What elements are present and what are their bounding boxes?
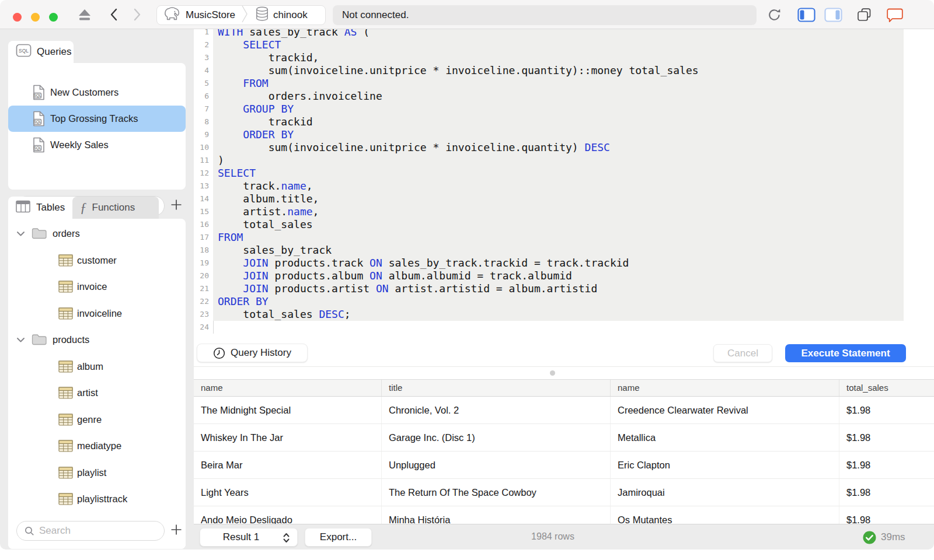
breadcrumb-database[interactable]: chinook bbox=[248, 6, 313, 25]
line-number: 15 bbox=[194, 205, 213, 218]
tree-table-item[interactable]: customer bbox=[8, 247, 186, 274]
table-row[interactable]: The Midnight SpecialChronicle, Vol. 2Cre… bbox=[194, 397, 934, 424]
folder-icon bbox=[32, 334, 47, 346]
tab-functions[interactable]: ƒ Functions bbox=[72, 197, 159, 219]
tab-queries[interactable]: SQL Queries bbox=[8, 41, 74, 63]
toggle-right-sidebar-button[interactable] bbox=[824, 8, 842, 24]
line-number: 18 bbox=[194, 244, 213, 257]
table-icon bbox=[58, 387, 73, 399]
right-sidebar-icon bbox=[824, 8, 842, 24]
add-query-button[interactable] bbox=[168, 196, 184, 216]
query-list-item[interactable]: SQLWeekly Sales bbox=[8, 132, 186, 158]
query-history-button[interactable]: Query History bbox=[197, 344, 308, 362]
table-cell: The Midnight Special bbox=[194, 397, 382, 424]
toggle-left-sidebar-button[interactable] bbox=[797, 8, 815, 24]
column-header[interactable]: name bbox=[194, 380, 382, 396]
tree-table-item[interactable]: playlisttrack bbox=[8, 486, 186, 513]
new-window-button[interactable] bbox=[857, 8, 873, 24]
tree-table-item[interactable]: playlist bbox=[8, 460, 186, 487]
table-icon bbox=[58, 493, 73, 505]
query-list-item[interactable]: SQLTop Grossing Tracks bbox=[8, 106, 186, 132]
table-row[interactable]: Light YearsThe Return Of The Space Cowbo… bbox=[194, 479, 934, 506]
code-line: orders.invoiceline bbox=[213, 90, 904, 103]
code-token: album.albumid = track.albumid bbox=[382, 270, 572, 282]
tab-queries-label: Queries bbox=[37, 46, 72, 58]
close-window-button[interactable] bbox=[13, 13, 22, 22]
feedback-button[interactable] bbox=[887, 8, 904, 25]
forward-button[interactable] bbox=[133, 8, 141, 23]
cancel-button[interactable]: Cancel bbox=[713, 344, 772, 362]
tree-table-item[interactable]: invoice bbox=[8, 274, 186, 300]
add-table-button[interactable] bbox=[168, 521, 184, 541]
tree-table-item[interactable]: album bbox=[8, 354, 186, 380]
table-row[interactable]: Beira MarUnpluggedEric Clapton$1.98 bbox=[194, 452, 934, 479]
tree-table-item[interactable]: invoiceline bbox=[8, 300, 186, 327]
table-cell: $1.98 bbox=[839, 424, 912, 451]
column-header[interactable]: total_sales bbox=[839, 380, 912, 396]
splitter-handle-icon bbox=[550, 370, 555, 376]
code-token: ) bbox=[218, 154, 224, 166]
code-token: name bbox=[287, 205, 312, 218]
code-token: DESC bbox=[319, 308, 344, 320]
execute-statement-button[interactable]: Execute Statement bbox=[785, 344, 906, 362]
table-cell: $1.98 bbox=[839, 479, 912, 506]
line-number: 23 bbox=[194, 308, 213, 321]
code-token bbox=[218, 128, 243, 141]
line-number: 8 bbox=[194, 116, 213, 128]
function-icon: ƒ bbox=[80, 202, 87, 214]
breadcrumb-connection[interactable]: MusicStore bbox=[157, 6, 241, 24]
code-token: , bbox=[313, 205, 319, 218]
tables-search-input[interactable] bbox=[39, 525, 150, 537]
query-item-label: New Customers bbox=[50, 87, 119, 98]
pane-splitter[interactable] bbox=[194, 366, 934, 379]
export-button[interactable]: Export... bbox=[305, 528, 372, 547]
tree-table-item[interactable]: genre bbox=[8, 407, 186, 433]
tree-folder-item[interactable]: orders bbox=[8, 220, 186, 247]
queries-panel: SQLNew CustomersSQLTop Grossing TracksSQ… bbox=[8, 63, 186, 190]
column-header[interactable]: title bbox=[382, 380, 611, 396]
code-token: sum(invoiceline.unitprice * invoiceline.… bbox=[218, 64, 699, 76]
line-number: 1 bbox=[194, 29, 213, 38]
table-icon bbox=[58, 281, 73, 293]
query-list-item[interactable]: SQLNew Customers bbox=[8, 79, 186, 106]
tree-table-item[interactable]: artist bbox=[8, 380, 186, 407]
query-history-label: Query History bbox=[231, 347, 291, 359]
search-icon bbox=[25, 526, 34, 536]
result-selector[interactable]: Result 1 bbox=[200, 528, 298, 547]
tab-tables[interactable]: Tables bbox=[8, 197, 72, 219]
disconnect-button[interactable] bbox=[77, 8, 92, 23]
chevron-down-icon[interactable] bbox=[16, 337, 25, 343]
chevron-down-icon[interactable] bbox=[16, 231, 25, 237]
sidebar: SQL Queries SQLNew CustomersSQLTop Gross… bbox=[0, 29, 194, 550]
tables-search-box[interactable] bbox=[16, 521, 165, 541]
table-row[interactable]: Whiskey In The JarGarage Inc. (Disc 1)Me… bbox=[194, 424, 934, 452]
reload-button[interactable] bbox=[766, 7, 782, 25]
line-number-gutter: 123456789101112131415161718192021222324 bbox=[194, 29, 213, 334]
zoom-window-button[interactable] bbox=[49, 13, 58, 22]
tree-item-label: artist bbox=[77, 387, 98, 398]
table-cell: Garage Inc. (Disc 1) bbox=[382, 424, 611, 451]
code-token bbox=[218, 77, 243, 89]
code-token: JOIN bbox=[243, 282, 268, 295]
minimize-window-button[interactable] bbox=[31, 13, 40, 22]
tree-folder-item[interactable]: products bbox=[8, 327, 186, 354]
tree-item-label: products bbox=[53, 334, 89, 345]
table-cell: Chronicle, Vol. 2 bbox=[382, 397, 611, 424]
line-number: 12 bbox=[194, 167, 213, 180]
line-number: 10 bbox=[194, 141, 213, 154]
chat-bubble-icon bbox=[887, 8, 904, 25]
line-number: 17 bbox=[194, 231, 213, 244]
app-window: MusicStore chinook Not connected. bbox=[0, 0, 934, 550]
back-button[interactable] bbox=[110, 8, 118, 23]
column-header[interactable]: name bbox=[611, 380, 839, 396]
code-token: ( bbox=[357, 29, 370, 38]
code-token: orders.invoiceline bbox=[218, 90, 382, 102]
code-line: sum(invoiceline.unitprice * invoiceline.… bbox=[213, 64, 904, 77]
folder-icon bbox=[32, 228, 47, 240]
tree-table-item[interactable]: mediatype bbox=[8, 433, 186, 460]
table-cell: Metallica bbox=[611, 424, 839, 451]
sql-editor[interactable]: 123456789101112131415161718192021222324 … bbox=[194, 29, 934, 341]
table-row[interactable]: Ando Meio DesligadoMinha HistóriaOs Muta… bbox=[194, 506, 934, 524]
table-icon bbox=[58, 307, 73, 320]
code-line: WITH sales_by_track AS ( bbox=[213, 29, 904, 38]
